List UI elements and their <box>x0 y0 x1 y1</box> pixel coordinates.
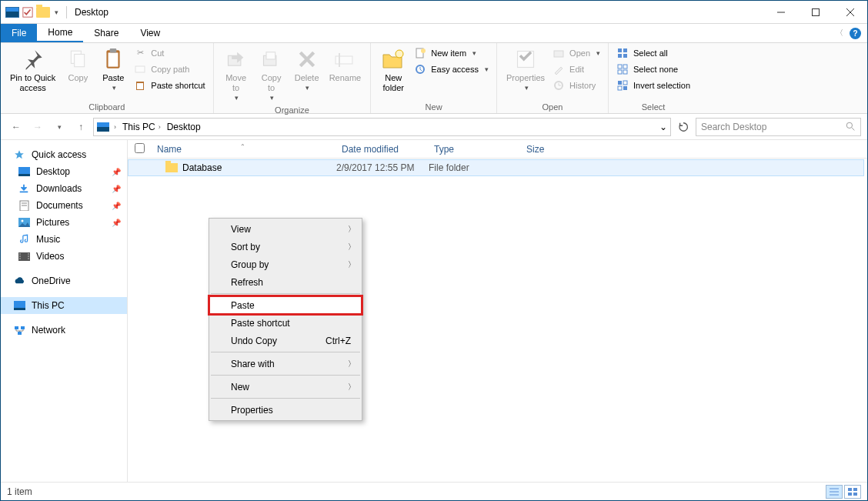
breadcrumb-this-pc[interactable]: This PC› <box>121 122 162 132</box>
pictures-icon <box>18 216 30 229</box>
close-button[interactable] <box>833 1 867 23</box>
move-to-button: Move to▾ <box>219 45 254 105</box>
column-header-size[interactable]: Size <box>520 144 582 155</box>
paste-clipboard-icon <box>101 47 125 72</box>
svg-rect-35 <box>618 81 622 85</box>
context-menu-group-by[interactable]: Group by〉 <box>209 256 362 273</box>
svg-rect-25 <box>554 51 563 57</box>
context-menu-paste-shortcut[interactable]: Paste shortcut <box>209 314 362 332</box>
properties-icon <box>513 47 538 72</box>
tab-home[interactable]: Home <box>37 24 83 42</box>
chevron-down-icon[interactable]: ▾ <box>55 8 58 16</box>
search-input[interactable]: Search Desktop <box>696 118 861 136</box>
tab-file[interactable]: File <box>1 24 37 42</box>
chevron-right-icon: 〉 <box>348 359 356 369</box>
invert-selection-button[interactable]: Invert selection <box>613 77 693 93</box>
address-bar[interactable]: › This PC› Desktop ⌄ <box>93 118 671 136</box>
context-menu-undo-copy[interactable]: Undo CopyCtrl+Z <box>209 332 362 349</box>
properties-button: Properties▾ <box>502 45 549 95</box>
svg-rect-50 <box>19 253 21 255</box>
context-menu-sort-by[interactable]: Sort by〉 <box>209 238 362 256</box>
paste-button[interactable]: Paste ▾ <box>95 45 131 95</box>
address-bar-row: ← → ▾ ↑ › This PC› Desktop ⌄ Search Desk… <box>1 114 867 140</box>
svg-rect-57 <box>14 308 25 310</box>
sidebar-item-music[interactable]: Music <box>1 231 127 248</box>
sidebar-quick-access[interactable]: Quick access <box>1 146 127 163</box>
tab-share[interactable]: Share <box>83 24 129 42</box>
view-large-icons-button[interactable] <box>844 485 861 499</box>
window-title: Desktop <box>75 7 108 18</box>
svg-rect-32 <box>623 65 627 68</box>
minimize-button[interactable] <box>763 1 798 23</box>
sidebar-item-desktop[interactable]: Desktop📌 <box>1 163 127 180</box>
help-icon[interactable]: ? <box>850 28 861 39</box>
select-all-checkbox[interactable] <box>135 143 145 153</box>
svg-rect-58 <box>15 326 18 329</box>
ribbon-group-select: Select all Select none Invert selection … <box>609 43 698 113</box>
chevron-down-icon[interactable]: ▾ <box>112 83 116 93</box>
svg-point-48 <box>21 220 23 222</box>
sidebar-this-pc[interactable]: This PC <box>1 297 127 314</box>
svg-rect-36 <box>623 81 627 85</box>
sidebar-item-videos[interactable]: Videos <box>1 248 127 265</box>
ribbon-group-clipboard: Pin to Quick access Copy Paste ▾ ✂Cut Co… <box>1 43 214 113</box>
context-menu-refresh[interactable]: Refresh <box>209 273 362 291</box>
new-item-button[interactable]: New item▾ <box>411 45 492 61</box>
context-menu-view[interactable]: View〉 <box>209 220 362 238</box>
forward-button: → <box>28 118 47 136</box>
recent-dropdown[interactable]: ▾ <box>50 118 68 136</box>
pin-icon: 📌 <box>112 168 121 176</box>
copy-button: Copy <box>60 45 95 85</box>
easy-access-button[interactable]: Easy access▾ <box>411 61 492 77</box>
sidebar-network[interactable]: Network <box>1 322 127 339</box>
context-menu-properties[interactable]: Properties <box>209 401 362 419</box>
sidebar-item-pictures[interactable]: Pictures📌 <box>1 214 127 231</box>
back-button[interactable]: ← <box>7 118 25 136</box>
sidebar-item-downloads[interactable]: Downloads📌 <box>1 180 127 197</box>
file-row[interactable]: Database 2/9/2017 12:55 PM File folder <box>128 159 864 176</box>
refresh-button[interactable] <box>674 122 693 132</box>
svg-line-40 <box>852 128 854 130</box>
column-header-name[interactable]: Name⌃ <box>151 144 336 155</box>
breadcrumb-desktop[interactable]: Desktop <box>165 122 202 132</box>
column-header-type[interactable]: Type <box>428 144 520 155</box>
svg-rect-9 <box>110 48 117 52</box>
paste-shortcut-button[interactable]: Paste shortcut <box>131 77 208 93</box>
svg-rect-54 <box>28 256 29 257</box>
svg-rect-33 <box>618 70 622 74</box>
ribbon-tabs: File Home Share View 〈 ? <box>1 24 867 43</box>
ribbon-collapse-icon[interactable]: 〈 <box>836 28 843 38</box>
select-none-button[interactable]: Select none <box>613 61 693 77</box>
qa-check-icon[interactable] <box>22 7 33 18</box>
tab-view[interactable]: View <box>129 24 171 42</box>
svg-rect-67 <box>853 493 857 496</box>
videos-icon <box>18 250 30 262</box>
location-icon <box>97 122 109 132</box>
star-icon <box>13 149 25 161</box>
pin-to-quick-access-button[interactable]: Pin to Quick access <box>5 45 60 95</box>
column-header-date[interactable]: Date modified <box>336 144 428 155</box>
context-menu-share-with[interactable]: Share with〉 <box>209 355 362 372</box>
context-menu-new[interactable]: New〉 <box>209 378 362 396</box>
maximize-button[interactable] <box>798 1 833 23</box>
sidebar-onedrive[interactable]: OneDrive <box>1 272 127 289</box>
up-button[interactable]: ↑ <box>72 118 90 136</box>
rename-button: Rename <box>325 45 366 85</box>
app-monitor-icon <box>5 7 19 18</box>
history-button: History <box>549 77 603 93</box>
rename-icon <box>332 47 357 72</box>
item-count: 1 item <box>7 486 32 497</box>
address-dropdown-icon[interactable]: ⌄ <box>659 122 667 132</box>
network-icon <box>13 324 25 336</box>
pin-icon: 📌 <box>112 185 121 193</box>
this-pc-icon <box>13 299 25 312</box>
context-menu-paste[interactable]: Paste <box>209 296 362 314</box>
content-area: Quick access Desktop📌 Downloads📌 Documen… <box>1 140 867 482</box>
select-all-button[interactable]: Select all <box>613 45 693 61</box>
new-folder-button[interactable]: New folder <box>376 45 411 95</box>
sidebar-item-documents[interactable]: Documents📌 <box>1 197 127 214</box>
documents-icon <box>18 199 30 212</box>
view-details-button[interactable] <box>826 485 843 499</box>
open-button: Open▾ <box>549 45 603 61</box>
svg-point-20 <box>396 50 403 58</box>
